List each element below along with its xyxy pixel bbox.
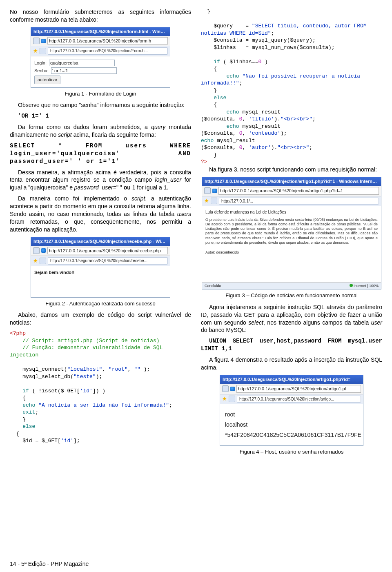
body-text: Dessa maneira, a afirmação acima é verda…	[10, 169, 191, 192]
status-right: Internet | 100%	[354, 284, 379, 288]
back-icon	[33, 38, 40, 44]
add-favorite-icon	[211, 198, 217, 204]
login-input	[49, 60, 115, 66]
window-title: http://127.0.0.1/seguranca/SQL%20Injecti…	[202, 177, 381, 186]
result-user: root	[225, 411, 358, 418]
figure2-caption: Figura 2 - Autenticação realizada com su…	[10, 300, 191, 307]
intro-text: No nosso formulário submeteremos as segu…	[10, 8, 191, 24]
login-label: Login:	[34, 60, 47, 65]
figure1-caption: Figura 1 - Formulário de Login	[10, 90, 191, 98]
favorites-icon: ★	[204, 198, 209, 204]
back-icon	[33, 247, 40, 254]
php-code-block: <?php // Script: artigo1.php (Script de …	[10, 330, 191, 445]
news-author: Autor: desconhecido	[205, 250, 378, 255]
screenshot-auth-success: http://127.0.0.1/seguranca/SQL%20Injecti…	[31, 237, 170, 298]
add-favorite-icon	[40, 48, 46, 54]
body-text: Da forma como os dados foram submetidos,…	[10, 123, 191, 139]
screenshot-login-form: http://127.0.0.1/seguranca/SQL%20Injecti…	[31, 27, 170, 88]
browser-tab: http://127.0.0.1/seguranca/SQL%20Injecti…	[48, 257, 168, 265]
address-bar: http://127.0.0.1/seguranca/SQL%20Injecti…	[47, 37, 168, 45]
figure4-caption: Figura 4 – Host, usuário e senha retorna…	[201, 448, 382, 456]
ie-icon	[41, 248, 46, 253]
news-body: O presidente Luis Inácio Lula da Silva d…	[205, 218, 378, 245]
sql-statement: SELECT * FROM users WHERE login_user='qu…	[10, 142, 191, 165]
status-left: Concluído	[205, 283, 221, 288]
senha-input	[51, 67, 117, 74]
address-bar: http://127.0.0.1/seguranca/SQL%20Injecti…	[236, 385, 361, 393]
body-text: Na figura 3, nosso script funcionando co…	[201, 166, 382, 174]
ie-icon	[230, 387, 235, 391]
body-text: Agora injetaremos a seguinte instrução S…	[201, 303, 382, 334]
ie-icon	[41, 39, 46, 43]
or-instruction: 'OR 1=' 1	[10, 112, 191, 120]
figure3-caption: Figura 3 – Código de notícias em funcion…	[201, 292, 382, 299]
autenticar-button: autenticar	[34, 76, 60, 84]
body-text: Abaixo, damos um exemplo de código do sc…	[10, 311, 191, 327]
address-bar: http://127.0.0.1/seguranca/SQL%20Injecti…	[47, 247, 168, 255]
php-code-block: } $query = "SELECT titulo, conteudo, aut…	[201, 8, 382, 166]
favorites-icon: ★	[33, 48, 38, 54]
browser-tab: http://127.0.0.1/seguranca/SQL%20Injecti…	[237, 396, 361, 403]
window-title: http://127.0.0.1/seguranca/SQL%20Injecti…	[220, 375, 363, 384]
senha-label: Senha:	[34, 68, 49, 73]
screenshot-news-page: http://127.0.0.1/seguranca/SQL%20Injecti…	[202, 177, 381, 289]
add-favorite-icon	[229, 396, 235, 402]
back-icon	[222, 385, 229, 392]
window-title: http://127.0.0.1/seguranca/SQL%20Injecti…	[31, 27, 170, 36]
welcome-text: Sejam bem-vindo!!	[34, 270, 74, 275]
body-text: Observe que no campo "senha" informamos …	[10, 101, 191, 109]
screenshot-injection-result: http://127.0.0.1/seguranca/SQL%20Injecti…	[220, 375, 363, 446]
news-headline: Lula defende mudanças na Lei de Licitaçõ…	[205, 209, 378, 215]
result-hash: *542F208420C41825C5C2A061061CF3117B17F9F…	[225, 431, 358, 439]
ie-icon	[212, 189, 217, 193]
page-footer: 14 - 5ª Edição - PHP Magazine	[10, 561, 89, 567]
sql-injection: UNION SELECT user,host,password FROM mys…	[201, 337, 382, 353]
back-icon	[204, 187, 211, 194]
window-title: http://127.0.0.1/seguranca/SQL%20Injecti…	[31, 237, 170, 246]
browser-tab: http://127.0.0.1/...	[219, 198, 379, 205]
result-host: localhost	[225, 421, 358, 429]
body-text: A figura 4 demonstra o resultado após a …	[201, 356, 382, 372]
internet-zone-icon	[350, 284, 353, 287]
browser-tab: http://127.0.0.1/seguranca/SQL%20Injecti…	[48, 47, 168, 55]
address-bar: http://127.0.0.1/seguranca/SQL%20Injecti…	[218, 187, 379, 195]
favorites-icon: ★	[33, 258, 38, 264]
favorites-icon: ★	[222, 396, 227, 402]
body-text: Da maneira como foi implementado o scrip…	[10, 195, 191, 233]
add-favorite-icon	[40, 258, 46, 264]
